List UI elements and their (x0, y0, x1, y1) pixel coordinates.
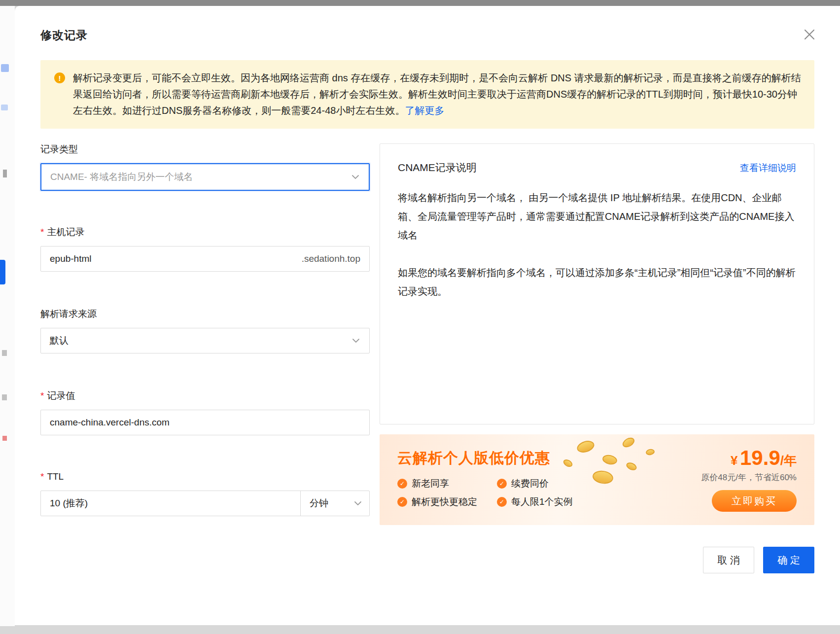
detail-link[interactable]: 查看详细说明 (740, 162, 796, 175)
required-mark: * (40, 390, 44, 401)
promo-feature: ✓ 新老同享 (397, 477, 477, 490)
chevron-down-icon (351, 336, 360, 345)
feature-label: 新老同享 (412, 477, 449, 490)
ttl-input[interactable]: 10 (推荐) (41, 491, 300, 516)
close-icon[interactable] (802, 27, 817, 42)
ttl-value: 10 (推荐) (50, 497, 88, 510)
feature-label: 每人限1个实例 (511, 495, 573, 508)
background-page-edge (0, 6, 15, 626)
promo-feature: ✓ 每人限1个实例 (497, 495, 573, 508)
ttl-label: *TTL (40, 471, 370, 483)
page-fragment (1, 105, 8, 110)
check-icon: ✓ (397, 497, 407, 507)
page-fragment (1, 64, 9, 72)
record-type-select[interactable]: CNAME- 将域名指向另外一个域名 (40, 163, 370, 191)
request-source-value: 默认 (50, 334, 69, 347)
price-amount: 19.9 (740, 446, 780, 469)
required-mark: * (40, 227, 44, 237)
info-paragraph-1: 将域名解析指向另一个域名， 由另一个域名提供 IP 地址解析结果。在使用CDN、… (398, 188, 796, 245)
original-price: 原价48元/年，节省近60% (701, 472, 797, 483)
page-fragment (3, 170, 7, 177)
dialog-header: 修改记录 (40, 28, 814, 43)
record-value-input[interactable]: cname-china.vercel-dns.com (40, 410, 370, 435)
record-value-text: cname-china.vercel-dns.com (50, 417, 170, 428)
ttl-group: 10 (推荐) 分钟 (40, 491, 370, 516)
ttl-label-text: TTL (47, 471, 64, 482)
promo-feature: ✓ 续费同价 (497, 477, 573, 490)
browser-chrome-edge (0, 0, 840, 6)
required-mark: * (40, 471, 44, 482)
right-column: CNAME记录说明 查看详细说明 将域名解析指向另一个域名， 由另一个域名提供 … (380, 143, 814, 525)
record-value-label: *记录值 (40, 390, 370, 402)
chevron-down-icon (353, 499, 362, 508)
page-fragment (2, 436, 7, 441)
ttl-unit-value: 分钟 (310, 497, 328, 510)
check-icon: ✓ (497, 497, 507, 507)
host-record-input[interactable]: epub-html .sedationh.top (40, 246, 370, 272)
cname-info-panel: CNAME记录说明 查看详细说明 将域名解析指向另一个域名， 由另一个域名提供 … (380, 143, 814, 424)
promo-price-block: ¥ 19.9/年 原价48元/年，节省近60% 立即购买 (701, 446, 797, 512)
price-currency: ¥ (731, 453, 737, 468)
domain-suffix: .sedationh.top (302, 253, 360, 264)
cancel-button[interactable]: 取 消 (703, 547, 754, 573)
feature-label: 续费同价 (511, 477, 549, 490)
request-source-select[interactable]: 默认 (40, 328, 370, 353)
record-type-label: 记录类型 (40, 143, 370, 155)
price: ¥ 19.9/年 (701, 446, 797, 470)
dialog-body: 记录类型 CNAME- 将域名指向另外一个域名 *主机记录 epub-html … (40, 143, 814, 525)
page-fragment (2, 350, 7, 356)
ttl-unit-select[interactable]: 分钟 (300, 491, 369, 516)
promo-banner: 云解析个人版低价优惠 ✓ 新老同享 ✓ 续费同价 ✓ 解析更快更稳定 (380, 434, 814, 525)
host-record-value: epub-html (50, 253, 92, 264)
record-value-label-text: 记录值 (47, 390, 75, 401)
confirm-button[interactable]: 确 定 (763, 547, 814, 573)
warning-icon: ! (54, 72, 65, 83)
edit-record-dialog: 修改记录 !解析记录变更后，可能不会立即生效。因为各地网络运营商 dns 存在缓… (15, 6, 840, 625)
page-fragment (2, 394, 7, 400)
dialog-footer: 取 消 确 定 (40, 547, 814, 573)
request-source-label: 解析请求来源 (40, 308, 370, 320)
info-paragraph-2: 如果您的域名要解析指向多个域名，可以通过添加多条“主机记录”相同但“记录值”不同… (398, 263, 796, 301)
buy-now-button[interactable]: 立即购买 (712, 490, 797, 512)
host-record-label-text: 主机记录 (47, 227, 84, 237)
promo-feature: ✓ 解析更快更稳定 (397, 495, 477, 508)
record-type-value: CNAME- 将域名指向另外一个域名 (50, 171, 193, 183)
learn-more-link[interactable]: 了解更多 (405, 105, 444, 116)
feature-label: 解析更快更稳定 (412, 495, 477, 508)
page-fragment (0, 260, 5, 284)
dialog-title: 修改记录 (40, 28, 814, 43)
info-panel-title: CNAME记录说明 (398, 161, 477, 175)
check-icon: ✓ (497, 479, 507, 489)
price-unit: /年 (780, 453, 797, 468)
chevron-down-icon (351, 173, 360, 181)
gold-coin-decoration (621, 436, 636, 450)
warning-banner: !解析记录变更后，可能不会立即生效。因为各地网络运营商 dns 存在缓存，在缓存… (40, 60, 814, 129)
check-icon: ✓ (397, 479, 407, 489)
record-form: 记录类型 CNAME- 将域名指向另外一个域名 *主机记录 epub-html … (40, 143, 370, 516)
host-record-label: *主机记录 (40, 226, 370, 238)
